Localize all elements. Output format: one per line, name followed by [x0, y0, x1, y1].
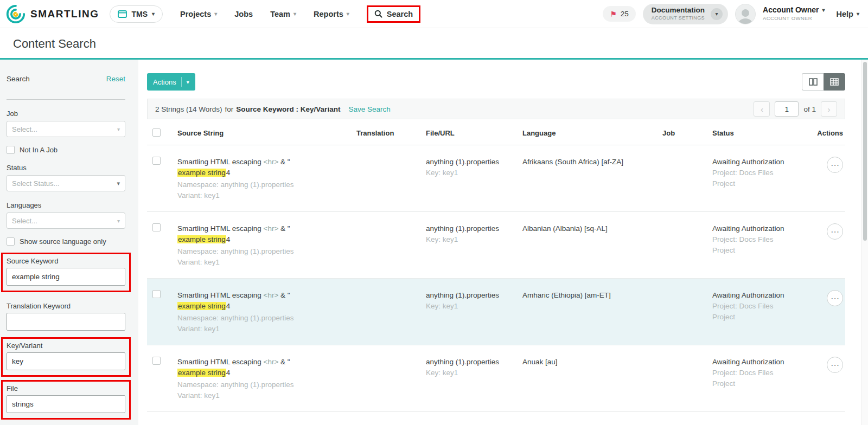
top-nav: SMARTLING TMS ▾ Projects ▾ Jobs Team ▾ R… [0, 0, 868, 28]
table-row: Smartling HTML escaping <hr> & " example… [147, 212, 845, 279]
chevron-down-icon: ▾ [117, 218, 120, 224]
row-checkbox[interactable] [152, 357, 161, 365]
actions-button[interactable]: Actions ▾ [147, 73, 195, 91]
highlighted-search-term: example string [177, 369, 226, 377]
tms-label: TMS [131, 10, 148, 18]
source-text: & " [278, 224, 290, 233]
vertical-scrollbar[interactable] [861, 60, 868, 425]
page-header: Content Search [0, 28, 868, 58]
table-view-button[interactable] [824, 73, 845, 91]
table-body: Smartling HTML escaping <hr> & " example… [147, 145, 845, 412]
scrollbar-thumb[interactable] [863, 62, 867, 241]
next-page-button[interactable]: › [821, 101, 837, 117]
status-select[interactable]: Select Status... ▾ [7, 175, 125, 191]
file-input[interactable] [7, 395, 125, 413]
sidebar-search-label: Search [7, 75, 30, 83]
status-cell: Awaiting Authorization Project: Docs Fil… [712, 357, 809, 401]
language-cell: Albanian (Albania) [sq-AL] [522, 223, 662, 268]
file-key: Key: key1 [426, 168, 517, 178]
reset-link[interactable]: Reset [106, 75, 125, 83]
chevron-down-icon: ▾ [117, 180, 120, 187]
language-value: Afrikaans (South Africa) [af-ZA] [522, 158, 623, 166]
project-label: Project: Docs Files [712, 168, 803, 178]
results-table: Source String Translation File/URL Langu… [147, 121, 845, 412]
project-label: Project: Docs Files [712, 368, 803, 378]
nav-item-jobs[interactable]: Jobs [234, 10, 253, 18]
key-variant-input[interactable] [7, 352, 125, 370]
select-all-checkbox[interactable] [152, 128, 161, 137]
save-search-link[interactable]: Save Search [348, 105, 390, 113]
status-label: Status [7, 164, 125, 172]
nav-item-reports[interactable]: Reports ▾ [314, 10, 349, 18]
page-count-label: of 1 [803, 105, 816, 113]
source-text: & " [278, 291, 290, 299]
project-label: Project: Docs Files [712, 301, 803, 312]
translation-keyword-input[interactable] [7, 313, 125, 331]
source-keyword-input[interactable] [7, 268, 125, 286]
tms-dropdown[interactable]: TMS ▾ [110, 5, 163, 23]
namespace-label: Namespace: anything (1).properties [177, 313, 351, 324]
sidebar-search-input[interactable] [7, 85, 125, 100]
variant-label: Variant: key1 [177, 190, 351, 201]
split-view-button[interactable] [802, 73, 824, 91]
row-checkbox[interactable] [152, 290, 161, 298]
not-in-a-job-checkbox[interactable] [7, 146, 15, 154]
actions-label: Actions [153, 78, 176, 86]
status-value: Awaiting Authorization [712, 223, 803, 234]
header-actions: Actions [809, 129, 845, 137]
flag-counter[interactable]: ⚑ 25 [603, 6, 636, 22]
nav-label: Search [387, 10, 413, 18]
source-text: 4 [226, 302, 231, 310]
nav-item-search[interactable]: Search [367, 5, 420, 23]
chevron-down-icon: ▾ [857, 11, 859, 17]
namespace-label: Namespace: anything (1).properties [177, 179, 351, 190]
languages-select[interactable]: Select... ▾ [7, 212, 125, 229]
account-owner-dropdown[interactable]: Account Owner ▾ ACCOUNT OWNER [763, 6, 825, 22]
status-value: Awaiting Authorization [712, 157, 803, 168]
annotation-box-file: File [1, 380, 131, 420]
row-actions-button[interactable]: ⋯ [827, 223, 843, 240]
avatar[interactable] [735, 4, 756, 24]
row-actions-button[interactable]: ⋯ [827, 357, 843, 373]
file-url-cell: anything (1).properties Key: key1 [426, 357, 522, 401]
project-label: Project [712, 378, 803, 389]
nav-label: Reports [314, 10, 343, 18]
view-toggle [802, 73, 845, 91]
job-label: Job [7, 110, 125, 118]
search-icon [374, 10, 382, 18]
row-actions-button[interactable]: ⋯ [827, 290, 843, 306]
results-for: for [225, 105, 234, 113]
file-label: File [7, 384, 125, 392]
button-divider [181, 77, 182, 87]
row-checkbox[interactable] [152, 157, 161, 165]
variant-label: Variant: key1 [177, 257, 351, 268]
chevron-down-icon: ▾ [187, 79, 189, 85]
translation-cell [356, 223, 426, 268]
project-label: Project [712, 312, 803, 323]
table-row: Smartling HTML escaping <hr> & " example… [147, 145, 845, 212]
html-tag-token: <hr> [264, 224, 279, 233]
nav-item-team[interactable]: Team ▾ [270, 10, 296, 18]
brand[interactable]: SMARTLING [5, 4, 99, 24]
help-menu[interactable]: Help ▾ [837, 10, 859, 18]
page-number-input[interactable] [775, 101, 799, 117]
page-title: Content Search [13, 37, 855, 51]
annotation-box-key-variant: Key/Variant [1, 337, 131, 377]
source-text: & " [278, 358, 290, 366]
languages-label: Languages [7, 201, 125, 209]
show-source-language-only-checkbox[interactable] [7, 237, 15, 246]
account-settings-dropdown[interactable]: Documentation ACCOUNT SETTINGS ▾ [643, 4, 728, 24]
prev-page-button[interactable]: ‹ [754, 101, 770, 117]
job-select[interactable]: Select... ▾ [7, 121, 125, 137]
translation-cell [356, 357, 426, 401]
nav-item-projects[interactable]: Projects ▾ [180, 10, 217, 18]
row-actions-button[interactable]: ⋯ [827, 157, 843, 173]
flag-icon: ⚑ [610, 11, 617, 17]
row-checkbox[interactable] [152, 223, 161, 231]
variant-label: Variant: key1 [177, 324, 351, 334]
header-file-url: File/URL [426, 129, 522, 137]
header-language: Language [522, 129, 662, 137]
html-tag-token: <hr> [264, 158, 279, 166]
source-text: 4 [226, 235, 231, 243]
job-cell [662, 290, 712, 334]
